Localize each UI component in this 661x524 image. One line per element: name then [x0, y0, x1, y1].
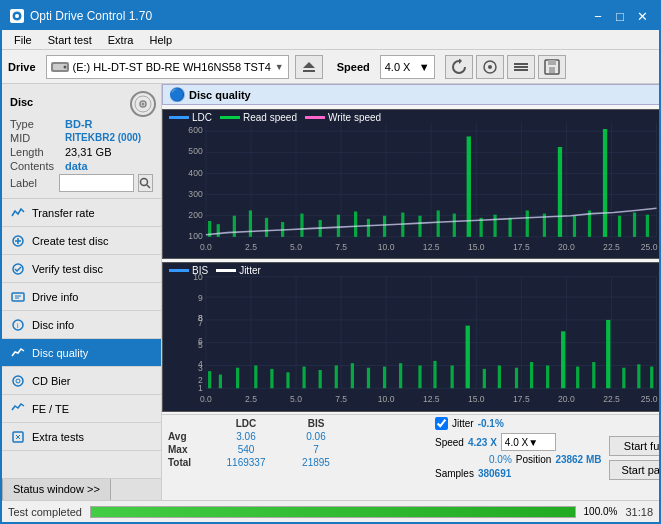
svg-rect-179 [622, 368, 625, 388]
write-label: Write speed [328, 112, 381, 123]
sidebar-item-drive-info[interactable]: Drive info [2, 283, 161, 311]
panel-title-bar: 🔵 Disc quality [162, 84, 659, 105]
refresh-button[interactable] [445, 55, 473, 79]
jitter-cb-label: Jitter [452, 418, 474, 429]
svg-text:3: 3 [198, 363, 203, 373]
max-jitter-empty [351, 443, 431, 456]
sidebar-item-cd-bier[interactable]: CD Bier [2, 367, 161, 395]
start-part-button[interactable]: Start part [609, 460, 659, 480]
status-window-button[interactable]: Status window >> [2, 479, 111, 501]
svg-text:10.0: 10.0 [378, 242, 395, 252]
maximize-button[interactable]: □ [611, 7, 629, 25]
eject-button[interactable] [295, 55, 323, 79]
speed-row: Speed 4.23 X 4.0 X ▼ [435, 433, 605, 451]
nav-disc-quality-label: Disc quality [32, 347, 88, 359]
svg-rect-166 [418, 365, 421, 388]
close-button[interactable]: ✕ [633, 7, 651, 25]
drive-selector[interactable]: (E:) HL-DT-ST BD-RE WH16NS58 TST4 ▼ [46, 55, 289, 79]
nav-transfer-rate-label: Transfer rate [32, 207, 95, 219]
legend-write: Write speed [305, 112, 381, 123]
stats-col-bis-header: BIS [281, 417, 351, 430]
start-full-button[interactable]: Start full [609, 436, 659, 456]
menu-help[interactable]: Help [141, 32, 180, 48]
sidebar-item-extra-tests[interactable]: Extra tests [2, 423, 161, 451]
speed-label: Speed [337, 61, 370, 73]
drive-text: (E:) HL-DT-ST BD-RE WH16NS58 TST4 [73, 61, 271, 73]
status-text: Test completed [8, 506, 82, 518]
svg-rect-163 [367, 368, 370, 388]
svg-rect-154 [219, 375, 222, 389]
disc-mid-row: MID RITEKBR2 (000) [10, 132, 153, 144]
legend-jitter: Jitter [216, 265, 261, 276]
svg-rect-90 [383, 216, 386, 237]
stats-col-jitter-header [351, 417, 431, 430]
sidebar-item-transfer-rate[interactable]: Transfer rate [2, 199, 161, 227]
svg-rect-6 [303, 70, 315, 72]
svg-rect-155 [236, 368, 239, 388]
drive-info-icon [10, 289, 26, 305]
svg-line-20 [147, 185, 150, 188]
nav-extra-tests-label: Extra tests [32, 431, 84, 443]
disc-label-search-button[interactable] [138, 174, 153, 192]
disc-header: Disc [10, 90, 153, 114]
svg-rect-169 [466, 326, 470, 389]
sidebar-item-fe-te[interactable]: FE / TE [2, 395, 161, 423]
speed-stat-selector[interactable]: 4.0 X ▼ [501, 433, 556, 451]
samples-val: 380691 [478, 468, 511, 479]
svg-rect-83 [265, 218, 268, 237]
svg-text:0.0: 0.0 [200, 242, 212, 252]
settings-button[interactable] [507, 55, 535, 79]
svg-rect-80 [217, 224, 220, 237]
svg-rect-95 [467, 136, 471, 236]
legend-read: Read speed [220, 112, 297, 123]
svg-rect-171 [498, 365, 501, 388]
menu-extra[interactable]: Extra [100, 32, 142, 48]
svg-rect-104 [603, 129, 607, 237]
chart2-svg: 10 9 8 8 7 6 5 4 3 2 1 10% 8% 6 [163, 263, 659, 411]
stats-bar: LDC BIS Avg 3.06 0.06 Max 540 7 [162, 414, 659, 500]
nav-create-test-disc-label: Create test disc [32, 235, 108, 247]
svg-rect-181 [650, 367, 653, 389]
disc-type-value: BD-R [65, 118, 93, 130]
disc-button[interactable] [476, 55, 504, 79]
ldc-label: LDC [192, 112, 212, 123]
sidebar-item-create-test-disc[interactable]: Create test disc [2, 227, 161, 255]
svg-text:22.5: 22.5 [603, 242, 620, 252]
sidebar-item-verify-test-disc[interactable]: Verify test disc [2, 255, 161, 283]
svg-text:20.0: 20.0 [558, 242, 575, 252]
menu-start-test[interactable]: Start test [40, 32, 100, 48]
jitter-checkbox[interactable] [435, 417, 448, 430]
app-title: Opti Drive Control 1.70 [30, 9, 152, 23]
total-jitter-empty [351, 456, 431, 469]
svg-rect-165 [399, 363, 402, 388]
disc-label-row: Label [10, 174, 153, 192]
svg-rect-11 [514, 69, 528, 71]
sidebar-item-disc-info[interactable]: i Disc info [2, 311, 161, 339]
svg-rect-173 [530, 362, 533, 388]
svg-point-18 [142, 103, 145, 106]
save-button[interactable] [538, 55, 566, 79]
svg-rect-35 [163, 110, 659, 258]
transfer-rate-icon [10, 205, 26, 221]
disc-contents-value: data [65, 160, 88, 172]
speed-selector[interactable]: 4.0 X ▼ [380, 55, 435, 79]
minimize-button[interactable]: − [589, 7, 607, 25]
sidebar-nav: Transfer rate Create test disc Verify te… [2, 199, 161, 478]
sidebar-item-disc-quality[interactable]: Disc quality [2, 339, 161, 367]
svg-rect-85 [300, 214, 303, 237]
total-label: Total [166, 456, 211, 469]
svg-rect-99 [526, 210, 529, 236]
read-label: Read speed [243, 112, 297, 123]
legend-bis: BIS [169, 265, 208, 276]
menu-file[interactable]: File [6, 32, 40, 48]
svg-rect-161 [335, 365, 338, 388]
svg-rect-98 [508, 218, 511, 237]
avg-label: Avg [166, 430, 211, 443]
avg-ldc: 3.06 [211, 430, 281, 443]
svg-rect-14 [549, 67, 555, 73]
disc-label-input[interactable] [59, 174, 134, 192]
svg-point-31 [16, 379, 20, 383]
svg-text:25.0 GB: 25.0 GB [641, 394, 659, 404]
samples-label: Samples [435, 468, 474, 479]
disc-quality-icon [10, 345, 26, 361]
